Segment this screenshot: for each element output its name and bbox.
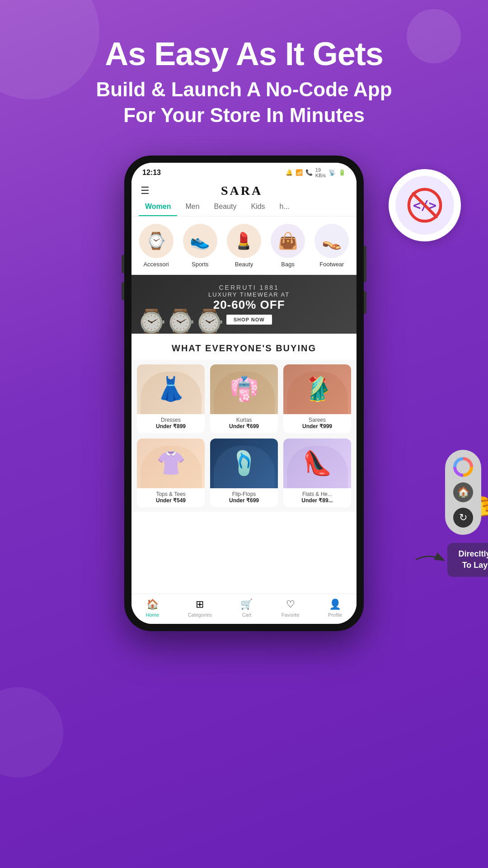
accessories-label: Accessori xyxy=(143,261,169,268)
bags-label: Bags xyxy=(281,261,295,268)
flats-price: Under ₹89... xyxy=(287,497,347,504)
kurtas-name: Kurtas xyxy=(214,417,274,423)
app-header: ☰ SARA xyxy=(131,180,357,198)
tab-women[interactable]: Women xyxy=(139,198,177,216)
flats-info: Flats & He... Under ₹89... xyxy=(283,488,351,507)
power-button-2 xyxy=(364,291,366,314)
watch-images: ⌚ ⌚ ⌚ xyxy=(136,308,225,334)
nav-categories[interactable]: ⊞ Categories xyxy=(188,599,212,618)
category-bags[interactable]: 👜 Bags xyxy=(271,224,305,268)
banner-tagline: LUXURY TIMEWEAR AT xyxy=(208,291,290,298)
refresh-icon: ↻ xyxy=(459,512,467,524)
no-code-inner: </> xyxy=(395,176,454,235)
sarees-info: Sarees Under ₹999 xyxy=(283,414,351,433)
product-flipflops[interactable]: 🩴 Flip-Flops Under ₹699 xyxy=(210,439,278,507)
dresses-emoji: 👗 xyxy=(156,375,186,403)
directly-go-label: Direcltly Go To Layout xyxy=(447,543,488,576)
watch-2: ⌚ xyxy=(165,308,196,334)
banner-cta-button[interactable]: SHOP NOW xyxy=(226,315,272,325)
kb-speed: 19KB/s xyxy=(315,167,326,178)
sarees-name: Sarees xyxy=(287,417,347,423)
color-ring-icon xyxy=(453,457,473,477)
category-beauty[interactable]: 💄 Beauty xyxy=(227,224,261,268)
watch-1: ⌚ xyxy=(136,308,167,334)
phone-container: </> 12:13 🔔 📶 📞 19KB/s 📡 🔋 xyxy=(0,156,488,631)
status-bar: 12:13 🔔 📶 📞 19KB/s 📡 🔋 xyxy=(131,163,357,180)
sports-label: Sports xyxy=(192,261,209,268)
footwear-circle: 👡 xyxy=(314,224,349,258)
cart-label: Cart xyxy=(242,612,251,618)
flats-name: Flats & He... xyxy=(287,491,347,497)
watch-3: ⌚ xyxy=(194,308,225,334)
tops-name: Tops & Tees xyxy=(141,491,201,497)
bg-decoration-3 xyxy=(0,687,63,778)
header-section: As Easy As It Gets Build & Launch A No-C… xyxy=(0,0,488,146)
signal-icon: 📶 xyxy=(296,169,303,176)
flipflops-image: 🩴 xyxy=(210,439,278,488)
vol-down-button xyxy=(122,282,124,300)
home-icon: 🏠 xyxy=(146,599,159,610)
status-time: 12:13 xyxy=(142,169,161,177)
main-subtitle: Build & Launch A No-Code App For Your St… xyxy=(18,76,470,128)
dresses-name: Dresses xyxy=(141,417,201,423)
categories-icon: ⊞ xyxy=(196,599,204,610)
vol-up-button xyxy=(122,255,124,273)
bags-circle: 👜 xyxy=(271,224,305,258)
product-dresses[interactable]: 👗 Dresses Under ₹899 xyxy=(137,364,205,433)
hamburger-menu[interactable]: ☰ xyxy=(141,185,150,197)
flipflops-price: Under ₹699 xyxy=(214,497,274,504)
home-layout-icon[interactable]: 🏠 xyxy=(453,482,473,502)
dresses-image: 👗 xyxy=(137,364,205,414)
favorite-icon: ♡ xyxy=(286,599,295,610)
product-kurtas[interactable]: 👘 Kurtas Under ₹699 xyxy=(210,364,278,433)
product-sarees[interactable]: 🥻 Sarees Under ₹999 xyxy=(283,364,351,433)
layout-pill: 🏠 ↻ xyxy=(445,450,481,535)
beauty-label: Beauty xyxy=(235,261,253,268)
product-tops[interactable]: 👚 Tops & Tees Under ₹549 xyxy=(137,439,205,507)
phone-frame: 12:13 🔔 📶 📞 19KB/s 📡 🔋 ☰ SARA Women xyxy=(124,156,364,631)
promo-banner[interactable]: ⌚ ⌚ ⌚ CERRUTI 1881 LUXURY TIMEWEAR AT 20… xyxy=(131,275,357,334)
wifi-icon: 📡 xyxy=(328,169,336,176)
tab-beauty[interactable]: Beauty xyxy=(208,198,243,216)
home-icon-2: 🏠 xyxy=(457,486,469,498)
flipflops-info: Flip-Flops Under ₹699 xyxy=(210,488,278,507)
sarees-price: Under ₹999 xyxy=(287,423,347,429)
layout-tool: 🏠 ↻ Direcltly Go To Layout xyxy=(411,450,488,576)
flats-emoji: 👠 xyxy=(303,449,332,477)
category-sports[interactable]: 👟 Sports xyxy=(183,224,217,268)
product-flats[interactable]: 👠 Flats & He... Under ₹89... xyxy=(283,439,351,507)
profile-icon: 👤 xyxy=(329,599,341,610)
flipflops-name: Flip-Flops xyxy=(214,491,274,497)
refresh-layout-icon[interactable]: ↻ xyxy=(453,508,473,528)
banner-brand: CERRUTI 1881 xyxy=(208,284,290,291)
beauty-circle: 💄 xyxy=(227,224,261,258)
category-tabs: Women Men Beauty Kids h... xyxy=(131,198,357,217)
home-label: Home xyxy=(146,612,159,618)
kurtas-emoji: 👘 xyxy=(230,375,259,403)
bottom-nav: 🏠 Home ⊞ Categories 🛒 Cart ♡ Favorite 👤 xyxy=(131,594,357,624)
layout-label-container: Direcltly Go To Layout xyxy=(411,543,488,576)
sarees-image: 🥻 xyxy=(283,364,351,414)
category-footwear[interactable]: 👡 Footwear xyxy=(314,224,349,268)
sports-circle: 👟 xyxy=(183,224,217,258)
battery-icon: 🔋 xyxy=(338,169,346,176)
app-logo: SARA xyxy=(221,184,263,198)
tops-price: Under ₹549 xyxy=(141,497,201,504)
accessories-circle: ⌚ xyxy=(139,224,174,258)
tab-men[interactable]: Men xyxy=(179,198,206,216)
phone-screen: 12:13 🔔 📶 📞 19KB/s 📡 🔋 ☰ SARA Women xyxy=(131,163,357,624)
call-icon: 📞 xyxy=(305,169,313,176)
nav-cart[interactable]: 🛒 Cart xyxy=(240,599,253,618)
nav-profile[interactable]: 👤 Profile xyxy=(328,599,342,618)
cart-icon: 🛒 xyxy=(240,599,253,610)
tops-emoji: 👚 xyxy=(156,449,186,477)
flipflops-emoji: 🩴 xyxy=(230,449,259,477)
alarm-icon: 🔔 xyxy=(286,169,293,176)
tab-more[interactable]: h... xyxy=(273,198,296,216)
no-code-badge: </> xyxy=(389,169,461,241)
nav-favorite[interactable]: ♡ Favorite xyxy=(282,599,300,618)
category-accessories[interactable]: ⌚ Accessori xyxy=(139,224,174,268)
flats-image: 👠 xyxy=(283,439,351,488)
tab-kids[interactable]: Kids xyxy=(244,198,271,216)
nav-home[interactable]: 🏠 Home xyxy=(146,599,159,618)
